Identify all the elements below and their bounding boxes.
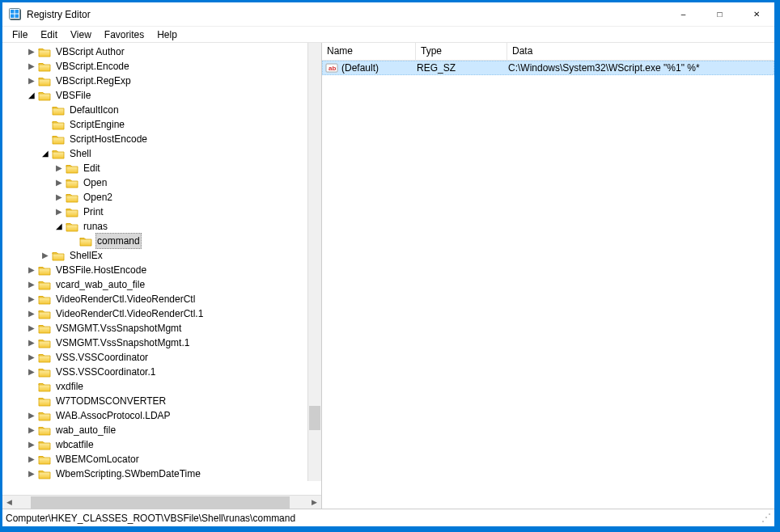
tree-node[interactable]: ▶ WBEMComLocator (2, 452, 321, 467)
chevron-right-icon[interactable]: ▶ (27, 408, 36, 423)
chevron-right-icon[interactable]: ▶ (54, 190, 64, 205)
tree-node[interactable]: ▶ Print (2, 205, 321, 219)
tree-node[interactable]: DefaultIcon (2, 103, 321, 117)
value-name: (Default) (341, 62, 417, 74)
chevron-right-icon[interactable]: ▶ (27, 350, 36, 365)
folder-icon (38, 309, 51, 319)
column-header-name[interactable]: Name (322, 43, 416, 60)
menu-edit[interactable]: Edit (34, 27, 64, 42)
menu-view[interactable]: View (64, 27, 98, 42)
tree-node[interactable]: ▶ ShellEx (2, 248, 321, 263)
scroll-left-button[interactable]: ◀ (2, 496, 16, 509)
folder-icon (52, 149, 65, 159)
chevron-right-icon[interactable]: ▶ (40, 248, 50, 263)
tree-node[interactable]: ▶ VideoRenderCtl.VideoRenderCtl.1 (2, 306, 321, 321)
folder-icon (38, 440, 51, 450)
tree-node[interactable]: ◢ VBSFile (2, 88, 321, 103)
chevron-right-icon[interactable]: ▶ (27, 437, 36, 452)
chevron-right-icon[interactable]: ▶ (27, 321, 36, 336)
chevron-right-icon[interactable]: ▶ (27, 336, 36, 350)
chevron-right-icon[interactable]: ▶ (27, 292, 36, 306)
tree-node[interactable]: ScriptHostEncode (2, 132, 321, 146)
tree-node[interactable]: ◢ runas (2, 219, 321, 234)
tree-node[interactable]: ▶ VSS.VSSCoordinator.1 (2, 365, 321, 379)
statusbar: Computer\HKEY_CLASSES_ROOT\VBSFile\Shell… (2, 509, 774, 526)
minimize-button[interactable]: – (665, 2, 702, 26)
tree-node[interactable]: ▶ VSMGMT.VssSnapshotMgmt (2, 321, 321, 336)
menu-help[interactable]: Help (150, 27, 184, 42)
folder-icon (38, 76, 51, 87)
status-path: Computer\HKEY_CLASSES_ROOT\VBSFile\Shell… (6, 513, 295, 524)
tree-scroll-area[interactable]: ▶ VBScript Author ▶ VBScript.Encode ▶ VB… (2, 43, 321, 495)
folder-icon (52, 105, 65, 116)
folder-icon (38, 338, 51, 348)
scrollbar-track[interactable] (16, 496, 307, 509)
tree-node[interactable]: ▶ vcard_wab_auto_file (2, 277, 321, 292)
tree-node[interactable]: ▶ wbcatfile (2, 437, 321, 452)
chevron-right-icon[interactable]: ▶ (27, 277, 36, 292)
chevron-right-icon[interactable]: ▶ (27, 59, 36, 74)
folder-icon (38, 294, 51, 305)
scrollbar-thumb[interactable] (31, 496, 290, 509)
folder-icon (79, 236, 92, 247)
string-value-icon (325, 61, 338, 74)
tree-node[interactable]: ▶ VSMGMT.VssSnapshotMgmt.1 (2, 336, 321, 350)
menu-favorites[interactable]: Favorites (98, 27, 150, 42)
chevron-down-icon[interactable]: ◢ (54, 219, 64, 234)
scroll-right-button[interactable]: ▶ (307, 496, 321, 509)
tree-node[interactable]: ▶ wab_auto_file (2, 423, 321, 437)
vertical-scrollbar[interactable] (307, 43, 321, 481)
close-button[interactable]: ✕ (738, 2, 774, 26)
window-title: Registry Editor (27, 9, 91, 20)
tree-node-selected[interactable]: command (2, 234, 321, 248)
tree-node[interactable]: ◢ Shell (2, 146, 321, 161)
chevron-right-icon[interactable]: ▶ (27, 44, 36, 59)
column-header-type[interactable]: Type (416, 43, 507, 60)
tree-node[interactable]: ▶ Open (2, 175, 321, 190)
tree-node[interactable]: ▶ WbemScripting.SWbemDateTime (2, 467, 321, 481)
menubar: File Edit View Favorites Help (2, 27, 774, 43)
folder-icon (38, 469, 51, 479)
tree-node[interactable]: ScriptEngine (2, 117, 321, 132)
registry-editor-window: Registry Editor – □ ✕ File Edit View Fav… (2, 2, 775, 527)
tree-node[interactable]: ▶ VideoRenderCtl.VideoRenderCtl (2, 292, 321, 306)
folder-icon (66, 222, 78, 232)
folder-icon (38, 323, 51, 334)
chevron-right-icon[interactable]: ▶ (54, 161, 64, 175)
tree-node[interactable]: ▶ VBScript Author (2, 44, 321, 59)
tree-node[interactable]: ▶ Edit (2, 161, 321, 175)
chevron-down-icon[interactable]: ◢ (40, 146, 50, 161)
folder-icon (38, 91, 51, 101)
tree-node[interactable]: ▶ Open2 (2, 190, 321, 205)
maximize-button[interactable]: □ (702, 2, 738, 26)
menu-file[interactable]: File (6, 27, 34, 42)
chevron-down-icon[interactable]: ◢ (27, 88, 36, 103)
horizontal-scrollbar[interactable]: ◀ ▶ (2, 495, 321, 509)
chevron-right-icon[interactable]: ▶ (54, 175, 64, 190)
folder-icon (66, 163, 78, 174)
chevron-right-icon[interactable]: ▶ (27, 74, 36, 88)
chevron-right-icon[interactable]: ▶ (27, 365, 36, 379)
list-body[interactable]: (Default) REG_SZ C:\Windows\System32\WSc… (322, 61, 774, 509)
tree-node[interactable]: ▶ VSS.VSSCoordinator (2, 350, 321, 365)
chevron-right-icon[interactable]: ▶ (54, 205, 64, 219)
chevron-right-icon[interactable]: ▶ (27, 423, 36, 437)
tree-node[interactable]: ▶ WAB.AssocProtocol.LDAP (2, 408, 321, 423)
chevron-right-icon[interactable]: ▶ (27, 263, 36, 277)
chevron-right-icon[interactable]: ▶ (27, 467, 36, 481)
chevron-right-icon[interactable]: ▶ (27, 452, 36, 467)
chevron-right-icon[interactable]: ▶ (27, 306, 36, 321)
tree-node[interactable]: vxdfile (2, 379, 321, 394)
folder-icon (38, 382, 51, 392)
value-row[interactable]: (Default) REG_SZ C:\Windows\System32\WSc… (322, 61, 774, 75)
registry-tree[interactable]: ▶ VBScript Author ▶ VBScript.Encode ▶ VB… (2, 43, 321, 483)
tree-node[interactable]: ▶ VBScript.Encode (2, 59, 321, 74)
resize-grip-icon[interactable]: ⋰ (758, 512, 771, 525)
content-area: ▶ VBScript Author ▶ VBScript.Encode ▶ VB… (2, 43, 774, 509)
tree-node[interactable]: ▶ VBSFile.HostEncode (2, 263, 321, 277)
titlebar[interactable]: Registry Editor – □ ✕ (2, 2, 774, 27)
tree-node[interactable]: W7TODMSCONVERTER (2, 394, 321, 408)
scrollbar-thumb[interactable] (309, 406, 320, 430)
column-header-data[interactable]: Data (507, 43, 774, 60)
tree-node[interactable]: ▶ VBScript.RegExp (2, 74, 321, 88)
